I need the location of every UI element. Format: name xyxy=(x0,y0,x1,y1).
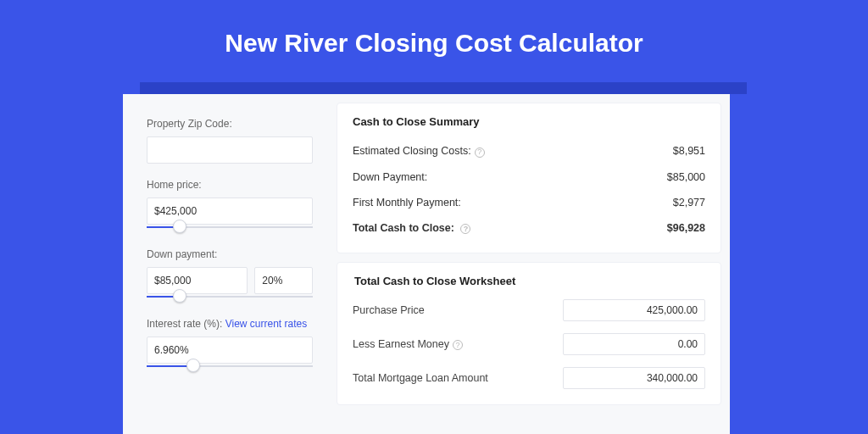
summary-row-value: $85,000 xyxy=(667,171,705,183)
summary-row-label: Estimated Closing Costs: xyxy=(353,145,471,157)
home-price-slider[interactable] xyxy=(147,223,313,233)
summary-total-label: Total Cash to Close: xyxy=(353,222,454,234)
interest-field: Interest rate (%): View current rates xyxy=(147,318,313,372)
summary-card: Cash to Close Summary Estimated Closing … xyxy=(337,103,721,253)
inputs-column: Property Zip Code: Home price: Down paym… xyxy=(123,94,328,434)
worksheet-heading: Total Cash to Close Worksheet xyxy=(354,275,705,287)
help-icon[interactable]: ? xyxy=(453,340,463,350)
worksheet-row-label: Less Earnest Money xyxy=(353,338,449,350)
help-icon[interactable]: ? xyxy=(460,224,470,234)
worksheet-row: Purchase Price xyxy=(353,299,705,321)
summary-total-value: $96,928 xyxy=(667,222,705,234)
zip-input[interactable] xyxy=(147,136,313,164)
worksheet-row-value[interactable] xyxy=(563,333,705,355)
summary-row-label: Down Payment: xyxy=(353,171,427,183)
down-payment-slider[interactable] xyxy=(147,292,313,303)
page-title: New River Closing Cost Calculator xyxy=(0,0,868,75)
worksheet-row: Less Earnest Money? xyxy=(353,333,705,355)
worksheet-row: Total Mortgage Loan Amount xyxy=(353,367,705,389)
down-payment-field: Down payment: xyxy=(147,248,313,303)
summary-total-row: Total Cash to Close: ? $96,928 xyxy=(353,215,705,242)
summary-row: First Monthly Payment:$2,977 xyxy=(353,190,705,215)
interest-label: Interest rate (%): View current rates xyxy=(147,318,313,330)
home-price-label: Home price: xyxy=(147,179,313,191)
down-payment-label: Down payment: xyxy=(147,248,313,260)
down-payment-amount-input[interactable] xyxy=(147,267,248,294)
worksheet-row-label: Total Mortgage Loan Amount xyxy=(353,372,488,384)
worksheet-rows: Purchase PriceLess Earnest Money?Total M… xyxy=(353,299,705,389)
home-price-field: Home price: xyxy=(147,179,313,233)
summary-rows: Estimated Closing Costs:?$8,951Down Paym… xyxy=(353,138,705,215)
worksheet-row-value[interactable] xyxy=(563,367,705,389)
worksheet-row-label: Purchase Price xyxy=(353,304,425,316)
summary-row-label: First Monthly Payment: xyxy=(353,197,461,209)
panel-shadow xyxy=(140,82,747,94)
home-price-input[interactable] xyxy=(147,198,313,225)
calculator-panel: Property Zip Code: Home price: Down paym… xyxy=(123,94,730,434)
summary-row: Estimated Closing Costs:?$8,951 xyxy=(353,138,705,164)
view-rates-link[interactable]: View current rates xyxy=(225,318,308,330)
worksheet-row-value[interactable] xyxy=(563,299,705,321)
interest-label-text: Interest rate (%): xyxy=(147,318,225,330)
help-icon[interactable]: ? xyxy=(475,147,485,158)
summary-heading: Cash to Close Summary xyxy=(353,115,705,128)
interest-slider[interactable] xyxy=(147,362,313,372)
results-column: Cash to Close Summary Estimated Closing … xyxy=(328,94,730,434)
worksheet-card: Total Cash to Close Worksheet Purchase P… xyxy=(337,262,721,405)
summary-row-value: $8,951 xyxy=(673,145,705,157)
summary-row-value: $2,977 xyxy=(673,197,705,209)
zip-field: Property Zip Code: xyxy=(147,118,313,164)
down-payment-percent-input[interactable] xyxy=(254,267,313,294)
zip-label: Property Zip Code: xyxy=(147,118,313,130)
summary-row: Down Payment:$85,000 xyxy=(353,164,705,190)
interest-input[interactable] xyxy=(147,337,313,364)
